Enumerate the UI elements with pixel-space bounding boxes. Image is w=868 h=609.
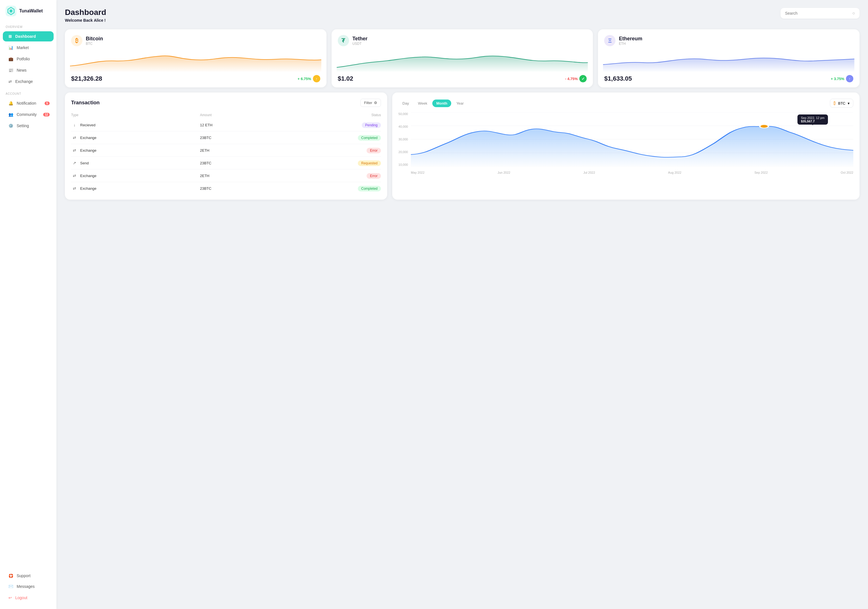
btc-chart — [70, 49, 321, 72]
coin-selector[interactable]: ₿ BTC ▾ — [830, 99, 853, 108]
table-row: ⇄ Exchange 23BTC Completed — [71, 131, 381, 144]
tx-type-label: Recieved — [80, 123, 95, 127]
btc-change-icon: ↑ — [313, 75, 320, 82]
sidebar-item-support[interactable]: 🛟 Support — [3, 571, 54, 581]
filter-label: Filter — [364, 100, 372, 105]
btc-icon: ₿ — [71, 35, 82, 46]
y-label-0: 50,000 — [398, 112, 408, 116]
ethereum-card: Ξ Ethereum ETH — [598, 29, 860, 87]
eth-change: + 3.75% ↑ — [831, 75, 853, 82]
logo-icon — [6, 6, 16, 16]
sidebar-item-portfolio[interactable]: 💼 Potfolio — [3, 54, 54, 64]
x-label-4: Sep 2022 — [754, 171, 767, 174]
y-label-4: 10,000 — [398, 163, 408, 166]
transaction-card: Transaction Filter ⚙ Type Amount Status … — [65, 93, 387, 199]
status-badge: Requested — [358, 161, 381, 166]
y-label-1: 40,000 — [398, 125, 408, 128]
page-title: Dashboard — [65, 8, 106, 17]
y-label-3: 20,000 — [398, 150, 408, 154]
table-row: ⇄ Exchange 2ETH Error — [71, 170, 381, 182]
eth-symbol: ETH — [619, 42, 642, 46]
news-icon: 📰 — [8, 68, 13, 73]
col-type: Type — [71, 111, 200, 119]
chart-y-labels: 50,000 40,000 30,000 20,000 10,000 — [398, 112, 408, 166]
search-input[interactable] — [785, 11, 849, 15]
search-icon[interactable]: ○ — [852, 11, 855, 16]
sidebar-setting-label: Setting — [17, 124, 29, 128]
sidebar-notification-label: Notification — [17, 101, 36, 105]
sidebar-item-notification[interactable]: 🔔 Notification 5 — [3, 98, 54, 108]
tx-type-cell: ⇄ Exchange — [71, 144, 200, 157]
sidebar-dashboard-label: Dashboard — [15, 34, 36, 39]
tab-week[interactable]: Week — [414, 99, 431, 107]
tx-type-cell: ⇄ Exchange — [71, 131, 200, 144]
sidebar-item-dashboard[interactable]: ⊞ Dashboard — [3, 31, 54, 42]
sidebar-item-exchange[interactable]: ⇄ Exchange — [3, 76, 54, 87]
setting-icon: ⚙️ — [8, 124, 13, 128]
filter-icon: ⚙ — [374, 100, 377, 105]
page-subtitle: Welcome Back Alice ! — [65, 18, 106, 23]
usdt-chart — [336, 49, 588, 72]
eth-change-icon: ↑ — [846, 75, 853, 82]
tab-year[interactable]: Year — [453, 99, 468, 107]
chart-area: 50,000 40,000 30,000 20,000 10,000 — [398, 112, 853, 174]
period-tabs: Day Week Month Year — [398, 99, 468, 107]
tab-month[interactable]: Month — [432, 99, 451, 107]
status-badge: Completed — [358, 135, 381, 141]
filter-button[interactable]: Filter ⚙ — [360, 99, 381, 107]
col-amount: Amount — [200, 111, 263, 119]
tx-status-cell: Completed — [263, 131, 381, 144]
sidebar-exchange-label: Exchange — [15, 79, 33, 84]
sidebar-portfolio-label: Potfolio — [17, 57, 30, 61]
tx-type-label: Send — [80, 161, 88, 165]
tx-status-cell: Error — [263, 144, 381, 157]
tx-type-cell: ⇄ Exchange — [71, 170, 200, 182]
tx-status-cell: Requested — [263, 157, 381, 170]
btc-symbol: BTC — [86, 42, 103, 46]
sidebar-item-messages[interactable]: ✉️ Messages — [3, 581, 54, 592]
eth-chart — [603, 49, 854, 72]
eth-info: Ethereum ETH — [619, 36, 642, 46]
support-icon: 🛟 — [8, 573, 13, 578]
tx-status-cell: Error — [263, 170, 381, 182]
chevron-down-icon: ▾ — [848, 101, 849, 105]
sidebar-item-community[interactable]: 👥 Community 12 — [3, 110, 54, 119]
chart-controls: Day Week Month Year ₿ BTC ▾ — [398, 99, 853, 108]
svg-point-9 — [760, 125, 769, 128]
x-label-2: Jul 2022 — [583, 171, 595, 174]
table-row: ↓ Recieved 12 ETH Pending — [71, 119, 381, 131]
sidebar-item-setting[interactable]: ⚙️ Setting — [3, 121, 54, 131]
usdt-change: - 4.75% ✓ — [565, 75, 587, 82]
logo: TunaWallet — [0, 6, 56, 23]
tx-icon: ↓ — [71, 122, 78, 128]
tx-status-cell: Completed — [263, 182, 381, 195]
tab-day[interactable]: Day — [398, 99, 413, 107]
eth-name: Ethereum — [619, 36, 642, 42]
sidebar-market-label: Market — [17, 45, 29, 50]
x-label-0: May 2022 — [411, 171, 425, 174]
tx-type-cell: ↗ Send — [71, 157, 200, 170]
tx-amount-cell: 23BTC — [200, 131, 263, 144]
btc-price: $21,326.28 — [71, 75, 102, 82]
col-status: Status — [263, 111, 381, 119]
tx-amount-cell: 23BTC — [200, 157, 263, 170]
community-badge: 12 — [43, 113, 50, 116]
overview-section-label: Overview — [0, 25, 56, 28]
tx-icon: ⇄ — [71, 134, 78, 141]
tx-amount-cell: 23BTC — [200, 182, 263, 195]
sidebar-item-news[interactable]: 📰 News — [3, 65, 54, 75]
notification-badge: 5 — [45, 102, 50, 105]
tx-amount-cell: 2ETH — [200, 170, 263, 182]
page-header: Dashboard Welcome Back Alice ! ○ — [65, 8, 860, 23]
tx-amount-cell: 12 ETH — [200, 119, 263, 131]
sidebar-item-logout[interactable]: ↩ Logout — [3, 593, 54, 603]
coins-grid: ₿ Bitcoin BTC — [65, 29, 860, 87]
table-row: ⇄ Exchange 23BTC Completed — [71, 182, 381, 195]
sidebar-community-label: Community — [17, 112, 37, 117]
header-text: Dashboard Welcome Back Alice ! — [65, 8, 106, 23]
sidebar-logout-label: Logout — [15, 595, 27, 600]
status-badge: Error — [367, 173, 381, 179]
sidebar-item-market[interactable]: 📊 Market — [3, 43, 54, 53]
usdt-name: Tether — [352, 36, 368, 42]
messages-icon: ✉️ — [8, 584, 13, 589]
